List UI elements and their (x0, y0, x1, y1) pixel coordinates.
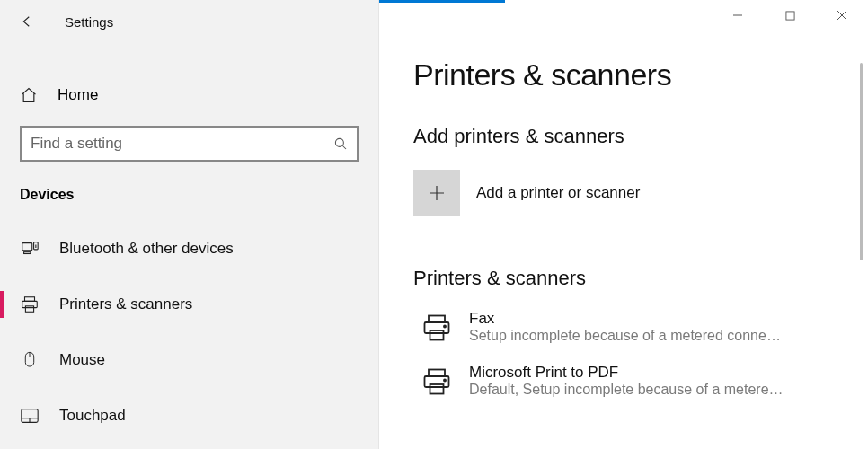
device-sub: Default, Setup incomplete because of a m… (469, 382, 784, 398)
nav-item-label: Mouse (59, 351, 105, 369)
main-scrollbar[interactable] (860, 63, 863, 260)
search-icon (332, 136, 350, 152)
home-nav-item[interactable]: Home (0, 70, 378, 120)
content: Printers & scanners Add printers & scann… (379, 0, 868, 398)
svg-rect-16 (430, 384, 444, 394)
back-arrow-icon (19, 13, 35, 30)
sidebar: Settings Home Devices Bluetooth & oth (0, 0, 379, 449)
main-pane: Printers & scanners Add printers & scann… (379, 0, 868, 449)
device-texts: Fax Setup incomplete because of a metere… (469, 310, 781, 344)
mouse-icon (20, 350, 40, 370)
nav-item-bluetooth[interactable]: Bluetooth & other devices (0, 221, 378, 277)
add-label: Add a printer or scanner (476, 184, 640, 202)
add-printer-row[interactable]: Add a printer or scanner (413, 170, 868, 216)
minimize-button[interactable] (712, 0, 764, 31)
close-icon (837, 10, 847, 21)
nav-item-label: Printers & scanners (59, 295, 192, 313)
search-input[interactable] (31, 135, 332, 153)
device-texts: Microsoft Print to PDF Default, Setup in… (469, 364, 784, 398)
svg-rect-6 (25, 306, 33, 312)
sidebar-header: Settings (0, 0, 378, 43)
back-button[interactable] (9, 4, 45, 40)
nav-item-touchpad[interactable]: Touchpad (0, 388, 378, 444)
search-box[interactable] (20, 126, 359, 162)
printer-icon (20, 295, 40, 314)
nav-item-label: Touchpad (59, 407, 126, 425)
nav-item-mouse[interactable]: Mouse (0, 332, 378, 388)
device-sub: Setup incomplete because of a metered co… (469, 328, 781, 344)
window-controls (712, 0, 868, 31)
home-icon (20, 86, 38, 104)
page-title: Printers & scanners (413, 57, 868, 92)
svg-rect-9 (785, 11, 793, 19)
nav-item-printers[interactable]: Printers & scanners (0, 277, 378, 332)
printer-icon (413, 364, 460, 398)
bluetooth-icon (20, 239, 40, 259)
app-title: Settings (65, 14, 113, 30)
device-row-print-pdf[interactable]: Microsoft Print to PDF Default, Setup in… (413, 364, 868, 398)
svg-rect-2 (24, 252, 31, 254)
svg-point-0 (335, 138, 343, 146)
touchpad-icon (20, 407, 40, 425)
svg-rect-4 (25, 297, 35, 302)
maximize-icon (785, 11, 795, 21)
minimize-icon (732, 10, 743, 21)
printer-icon (413, 310, 460, 344)
accent-bar (379, 0, 505, 3)
nav-list: Bluetooth & other devices Printers & sca… (0, 221, 378, 444)
close-button[interactable] (816, 0, 868, 31)
search-container (0, 126, 378, 162)
device-name: Fax (469, 310, 781, 328)
svg-rect-1 (22, 243, 32, 251)
device-name: Microsoft Print to PDF (469, 364, 784, 382)
svg-rect-14 (429, 370, 445, 377)
maximize-button[interactable] (764, 0, 816, 31)
svg-rect-12 (430, 330, 444, 340)
svg-rect-10 (429, 316, 445, 323)
device-row-fax[interactable]: Fax Setup incomplete because of a metere… (413, 310, 868, 344)
add-button[interactable] (413, 170, 460, 216)
svg-point-17 (444, 379, 446, 381)
section-list-title: Printers & scanners (413, 267, 868, 290)
home-label: Home (58, 86, 98, 104)
nav-item-label: Bluetooth & other devices (59, 240, 234, 258)
section-add-title: Add printers & scanners (413, 125, 868, 148)
svg-rect-5 (22, 301, 38, 307)
svg-point-13 (444, 325, 446, 327)
category-label: Devices (0, 187, 378, 203)
plus-icon (426, 182, 447, 204)
